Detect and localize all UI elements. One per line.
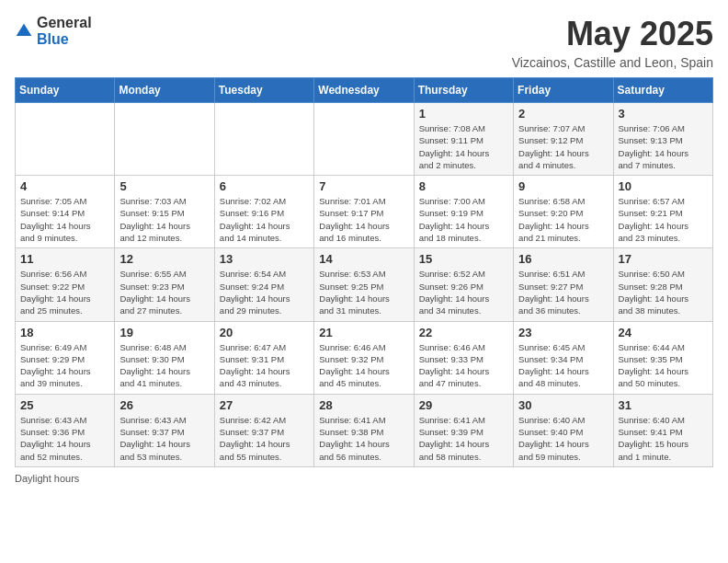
calendar-cell: 26Sunrise: 6:43 AM Sunset: 9:37 PM Dayli… bbox=[115, 394, 214, 466]
calendar-cell: 31Sunrise: 6:40 AM Sunset: 9:41 PM Dayli… bbox=[613, 394, 712, 466]
day-info: Sunrise: 6:50 AM Sunset: 9:28 PM Dayligh… bbox=[619, 268, 708, 316]
calendar-cell: 2Sunrise: 7:07 AM Sunset: 9:12 PM Daylig… bbox=[514, 103, 613, 176]
day-info: Sunrise: 6:51 AM Sunset: 9:27 PM Dayligh… bbox=[518, 268, 608, 316]
day-number: 2 bbox=[518, 107, 608, 121]
col-thursday: Thursday bbox=[414, 78, 513, 103]
day-info: Sunrise: 6:53 AM Sunset: 9:25 PM Dayligh… bbox=[319, 268, 408, 316]
day-number: 12 bbox=[119, 252, 209, 266]
day-info: Sunrise: 6:42 AM Sunset: 9:37 PM Dayligh… bbox=[220, 414, 309, 463]
day-info: Sunrise: 7:06 AM Sunset: 9:13 PM Dayligh… bbox=[619, 122, 708, 171]
calendar-header: Sunday Monday Tuesday Wednesday Thursday… bbox=[16, 78, 713, 103]
day-info: Sunrise: 6:57 AM Sunset: 9:21 PM Dayligh… bbox=[619, 195, 708, 244]
day-number: 14 bbox=[319, 252, 408, 266]
logo: General Blue bbox=[15, 15, 92, 47]
day-info: Sunrise: 6:46 AM Sunset: 9:32 PM Dayligh… bbox=[319, 341, 408, 390]
day-number: 22 bbox=[419, 326, 508, 339]
day-info: Sunrise: 6:41 AM Sunset: 9:38 PM Dayligh… bbox=[319, 414, 408, 463]
day-number: 30 bbox=[518, 398, 608, 412]
day-number: 3 bbox=[619, 107, 708, 121]
logo-icon bbox=[15, 22, 33, 40]
day-info: Sunrise: 6:48 AM Sunset: 9:30 PM Dayligh… bbox=[119, 341, 209, 390]
day-number: 23 bbox=[518, 326, 608, 339]
calendar-cell: 16Sunrise: 6:51 AM Sunset: 9:27 PM Dayli… bbox=[514, 248, 613, 321]
day-number: 16 bbox=[518, 252, 608, 266]
col-saturday: Saturday bbox=[613, 78, 712, 103]
calendar-cell: 4Sunrise: 7:05 AM Sunset: 9:14 PM Daylig… bbox=[16, 176, 115, 248]
page-header: General Blue May 2025 Vizcainos, Castill… bbox=[15, 15, 713, 70]
day-info: Sunrise: 7:02 AM Sunset: 9:16 PM Dayligh… bbox=[220, 195, 309, 244]
calendar-cell: 9Sunrise: 6:58 AM Sunset: 9:20 PM Daylig… bbox=[514, 176, 613, 248]
calendar-cell: 22Sunrise: 6:46 AM Sunset: 9:33 PM Dayli… bbox=[414, 321, 513, 394]
day-info: Sunrise: 6:41 AM Sunset: 9:39 PM Dayligh… bbox=[419, 414, 508, 463]
col-wednesday: Wednesday bbox=[314, 78, 414, 103]
day-info: Sunrise: 6:56 AM Sunset: 9:22 PM Dayligh… bbox=[20, 268, 109, 316]
day-number: 20 bbox=[220, 326, 309, 339]
calendar-cell: 21Sunrise: 6:46 AM Sunset: 9:32 PM Dayli… bbox=[314, 321, 414, 394]
day-info: Sunrise: 6:40 AM Sunset: 9:41 PM Dayligh… bbox=[619, 414, 708, 463]
calendar-cell: 18Sunrise: 6:49 AM Sunset: 9:29 PM Dayli… bbox=[16, 321, 115, 394]
day-info: Sunrise: 6:54 AM Sunset: 9:24 PM Dayligh… bbox=[220, 268, 309, 316]
footer-label: Daylight hours bbox=[15, 473, 713, 484]
day-number: 11 bbox=[20, 252, 109, 266]
calendar-cell: 10Sunrise: 6:57 AM Sunset: 9:21 PM Dayli… bbox=[613, 176, 712, 248]
day-info: Sunrise: 7:08 AM Sunset: 9:11 PM Dayligh… bbox=[419, 122, 508, 171]
day-number: 8 bbox=[419, 179, 508, 193]
calendar-week-4: 18Sunrise: 6:49 AM Sunset: 9:29 PM Dayli… bbox=[16, 321, 713, 394]
calendar-cell bbox=[314, 103, 414, 176]
day-number: 27 bbox=[220, 398, 309, 412]
calendar-week-5: 25Sunrise: 6:43 AM Sunset: 9:36 PM Dayli… bbox=[16, 394, 713, 466]
calendar-cell: 27Sunrise: 6:42 AM Sunset: 9:37 PM Dayli… bbox=[214, 394, 313, 466]
title-block: May 2025 Vizcainos, Castille and Leon, S… bbox=[512, 15, 713, 70]
logo-blue: Blue bbox=[37, 31, 92, 48]
day-number: 10 bbox=[619, 179, 708, 193]
logo-text: General Blue bbox=[37, 15, 92, 47]
calendar-cell: 11Sunrise: 6:56 AM Sunset: 9:22 PM Dayli… bbox=[16, 248, 115, 321]
calendar-cell: 13Sunrise: 6:54 AM Sunset: 9:24 PM Dayli… bbox=[214, 248, 313, 321]
day-number: 25 bbox=[20, 398, 109, 412]
calendar-cell: 1Sunrise: 7:08 AM Sunset: 9:11 PM Daylig… bbox=[414, 103, 513, 176]
calendar-cell: 6Sunrise: 7:02 AM Sunset: 9:16 PM Daylig… bbox=[214, 176, 313, 248]
calendar-cell: 14Sunrise: 6:53 AM Sunset: 9:25 PM Dayli… bbox=[314, 248, 414, 321]
header-row: Sunday Monday Tuesday Wednesday Thursday… bbox=[16, 78, 713, 103]
day-number: 5 bbox=[119, 179, 209, 193]
col-monday: Monday bbox=[115, 78, 214, 103]
calendar-cell: 7Sunrise: 7:01 AM Sunset: 9:17 PM Daylig… bbox=[314, 176, 414, 248]
calendar-table: Sunday Monday Tuesday Wednesday Thursday… bbox=[15, 77, 713, 467]
day-info: Sunrise: 6:43 AM Sunset: 9:37 PM Dayligh… bbox=[119, 414, 209, 463]
col-tuesday: Tuesday bbox=[214, 78, 313, 103]
day-number: 6 bbox=[220, 179, 309, 193]
day-number: 9 bbox=[518, 179, 608, 193]
day-number: 24 bbox=[619, 326, 708, 339]
svg-marker-0 bbox=[17, 23, 32, 35]
day-info: Sunrise: 7:00 AM Sunset: 9:19 PM Dayligh… bbox=[419, 195, 508, 244]
day-info: Sunrise: 6:58 AM Sunset: 9:20 PM Dayligh… bbox=[518, 195, 608, 244]
calendar-cell: 12Sunrise: 6:55 AM Sunset: 9:23 PM Dayli… bbox=[115, 248, 214, 321]
day-number: 4 bbox=[20, 179, 109, 193]
day-info: Sunrise: 6:55 AM Sunset: 9:23 PM Dayligh… bbox=[119, 268, 209, 316]
day-number: 28 bbox=[319, 398, 408, 412]
day-info: Sunrise: 6:45 AM Sunset: 9:34 PM Dayligh… bbox=[518, 341, 608, 390]
day-number: 19 bbox=[119, 326, 209, 339]
calendar-week-1: 1Sunrise: 7:08 AM Sunset: 9:11 PM Daylig… bbox=[16, 103, 713, 176]
calendar-cell: 20Sunrise: 6:47 AM Sunset: 9:31 PM Dayli… bbox=[214, 321, 313, 394]
day-number: 1 bbox=[419, 107, 508, 121]
calendar-cell: 5Sunrise: 7:03 AM Sunset: 9:15 PM Daylig… bbox=[115, 176, 214, 248]
day-info: Sunrise: 7:01 AM Sunset: 9:17 PM Dayligh… bbox=[319, 195, 408, 244]
calendar-cell bbox=[16, 103, 115, 176]
calendar-cell: 3Sunrise: 7:06 AM Sunset: 9:13 PM Daylig… bbox=[613, 103, 712, 176]
calendar-cell: 29Sunrise: 6:41 AM Sunset: 9:39 PM Dayli… bbox=[414, 394, 513, 466]
calendar-cell: 30Sunrise: 6:40 AM Sunset: 9:40 PM Dayli… bbox=[514, 394, 613, 466]
calendar-cell bbox=[214, 103, 313, 176]
day-info: Sunrise: 6:46 AM Sunset: 9:33 PM Dayligh… bbox=[419, 341, 508, 390]
day-number: 17 bbox=[619, 252, 708, 266]
location-title: Vizcainos, Castille and Leon, Spain bbox=[512, 55, 713, 70]
calendar-cell: 28Sunrise: 6:41 AM Sunset: 9:38 PM Dayli… bbox=[314, 394, 414, 466]
calendar-cell: 15Sunrise: 6:52 AM Sunset: 9:26 PM Dayli… bbox=[414, 248, 513, 321]
day-number: 29 bbox=[419, 398, 508, 412]
day-number: 31 bbox=[619, 398, 708, 412]
col-sunday: Sunday bbox=[16, 78, 115, 103]
calendar-week-3: 11Sunrise: 6:56 AM Sunset: 9:22 PM Dayli… bbox=[16, 248, 713, 321]
calendar-cell: 23Sunrise: 6:45 AM Sunset: 9:34 PM Dayli… bbox=[514, 321, 613, 394]
calendar-cell: 25Sunrise: 6:43 AM Sunset: 9:36 PM Dayli… bbox=[16, 394, 115, 466]
logo-general: General bbox=[37, 15, 92, 31]
